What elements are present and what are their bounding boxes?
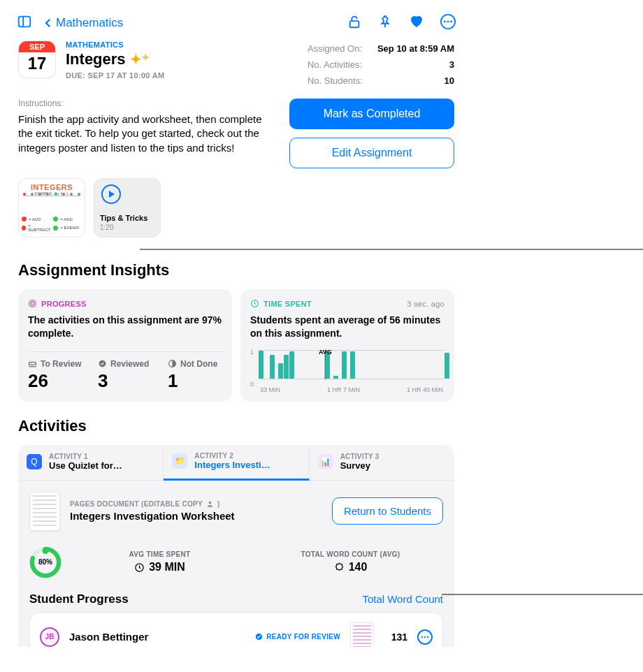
time-updated-ago: 3 sec. ago <box>407 300 445 308</box>
activity-tab-3[interactable]: 📊 ACTIVITY 3 Survey <box>310 445 454 480</box>
y-axis-1: 1 <box>250 349 254 356</box>
student-word-count: 131 <box>384 631 407 643</box>
tab-label: Use Quizlet for… <box>49 460 122 471</box>
document-title: Integers Investigation Worksheet <box>70 510 322 522</box>
due-date: DUE: SEP 17 AT 10:00 AM <box>66 71 298 80</box>
activity-tabs: Q ACTIVITY 1 Use Quizlet for…📁 ACTIVITY … <box>18 445 454 481</box>
video-duration: 1:20 <box>100 224 154 231</box>
clock-icon <box>250 299 259 308</box>
edit-assignment-button[interactable]: Edit Assignment <box>289 138 454 168</box>
tab-label: Integers Investi… <box>194 460 270 470</box>
calendar-badge: SEP 17 <box>18 41 56 78</box>
word-count-label: TOTAL WORD COUNT (AVG) <box>258 550 443 558</box>
reviewed-value: 3 <box>98 370 152 392</box>
svg-point-9 <box>31 302 34 305</box>
student-avatar: JB <box>40 627 59 647</box>
badge-icon <box>334 562 345 573</box>
x-tick-0: 33 MIN <box>260 386 280 393</box>
total-word-count-link[interactable]: Total Word Count <box>362 593 443 605</box>
tray-icon <box>28 359 37 368</box>
num-activities-value: 3 <box>449 59 454 70</box>
activity-tab-icon: Q <box>27 454 42 469</box>
instructions: Instructions: Finish the app activity an… <box>18 98 277 155</box>
assigned-on-label: Assigned On: <box>308 43 362 54</box>
svg-rect-2 <box>350 21 359 27</box>
svg-point-11 <box>99 360 106 367</box>
attachment-video[interactable]: Tips & Tricks 1:20 <box>94 178 161 238</box>
poster-title: INTEGERS <box>19 183 85 191</box>
app-screen: Mathematics SEP <box>7 7 465 647</box>
reviewed-label: Reviewed <box>98 359 152 369</box>
back-button[interactable]: Mathematics <box>42 16 123 30</box>
legend-add2: = ADD <box>60 217 73 221</box>
legend-subtract: = SUBTRACT <box>28 224 51 232</box>
progress-card[interactable]: PROGRESS The activities on this assignme… <box>18 289 232 402</box>
to-review-value: 26 <box>28 370 82 392</box>
svg-point-7 <box>450 21 452 23</box>
chart-bar <box>333 376 338 379</box>
calendar-day: 17 <box>28 52 47 73</box>
activity-tab-1[interactable]: Q ACTIVITY 1 Use Quizlet for… <box>18 445 164 480</box>
video-title: Tips & Tricks <box>100 214 154 222</box>
time-chart: 1 0 AVG 33 MIN 1 HR 7 MIN 1 HR 40 MIN <box>250 350 445 392</box>
activity-tab-2[interactable]: 📁 ACTIVITY 2 Integers Investi… <box>164 445 309 481</box>
attachment-poster[interactable]: INTEGERS EXAMPLE: -3 + 4 = 1 = ADD = ADD… <box>18 178 85 238</box>
progress-summary: The activities on this assignment are 97… <box>28 314 222 340</box>
student-more-button[interactable] <box>417 629 433 645</box>
tab-kicker: ACTIVITY 1 <box>49 453 122 460</box>
favorite-icon[interactable] <box>408 13 425 34</box>
unlock-icon[interactable] <box>347 14 362 32</box>
student-row[interactable]: JB Jason Bettinger READY FOR REVIEW 131 <box>30 613 442 647</box>
completion-percent: 80% <box>29 546 62 578</box>
clock-icon <box>134 562 145 573</box>
legend-even: = EVEN/0 <box>60 226 79 230</box>
chart-bar <box>259 351 263 379</box>
back-label: Mathematics <box>56 16 123 30</box>
ready-icon <box>255 633 263 641</box>
half-circle-icon <box>168 359 177 368</box>
progress-label: PROGRESS <box>28 299 87 308</box>
student-progress-heading: Student Progress <box>29 592 129 606</box>
chart-bar <box>350 351 355 378</box>
activity-document-row: PAGES DOCUMENT (EDITABLE COPY ) Integers… <box>18 481 454 542</box>
completion-ring: 80% <box>29 546 62 578</box>
instructions-body: Finish the app activity and worksheet, t… <box>18 112 277 155</box>
activities-panel: Q ACTIVITY 1 Use Quizlet for…📁 ACTIVITY … <box>18 445 454 647</box>
chart-bar <box>289 351 294 379</box>
student-doc-thumbnail-icon[interactable] <box>350 622 374 647</box>
assigned-on-value: Sep 10 at 8:59 AM <box>377 43 454 54</box>
svg-point-5 <box>444 21 446 23</box>
chart-bar <box>278 363 283 379</box>
document-thumbnail-icon[interactable] <box>29 492 60 531</box>
subject-eyebrow: MATHEMATICS <box>66 41 298 49</box>
tab-kicker: ACTIVITY 3 <box>340 453 380 460</box>
assignment-meta: Assigned On:Sep 10 at 8:59 AM No. Activi… <box>308 41 454 89</box>
tab-label: Survey <box>340 460 380 471</box>
calendar-month: SEP <box>19 41 55 52</box>
mark-completed-button[interactable]: Mark as Completed <box>289 98 454 129</box>
return-to-students-button[interactable]: Return to Students <box>332 497 443 525</box>
pin-icon[interactable] <box>377 14 393 32</box>
student-progress-header: Student Progress Total Word Count <box>18 591 454 612</box>
x-tick-1: 1 HR 7 MIN <box>327 386 360 393</box>
svg-rect-0 <box>19 17 31 27</box>
activity-tab-icon: 📁 <box>172 453 187 469</box>
time-spent-card[interactable]: TIME SPENT 3 sec. ago Students spent an … <box>240 289 454 402</box>
avg-time-value: 39 MIN <box>67 561 252 574</box>
not-done-value: 1 <box>168 370 222 392</box>
student-name: Jason Bettinger <box>69 631 245 643</box>
target-icon <box>28 299 37 308</box>
activity-kpis: 80% AVG TIME SPENT 39 MIN TOTAL WORD COU… <box>18 542 454 591</box>
sidebar-toggle-icon[interactable] <box>17 14 32 32</box>
activity-tab-icon: 📊 <box>318 454 333 469</box>
avg-marker-line <box>325 350 326 379</box>
chart-bar <box>325 351 330 378</box>
time-summary: Students spent an average of 56 minutes … <box>250 314 445 340</box>
svg-point-6 <box>447 21 449 23</box>
avg-time-label: AVG TIME SPENT <box>67 550 252 558</box>
more-menu-icon[interactable] <box>440 14 456 32</box>
person-icon <box>206 500 214 508</box>
time-spent-label: TIME SPENT <box>250 299 312 308</box>
sparkle-icon: ✦⁺ <box>130 51 150 68</box>
num-activities-label: No. Activities: <box>308 59 362 70</box>
